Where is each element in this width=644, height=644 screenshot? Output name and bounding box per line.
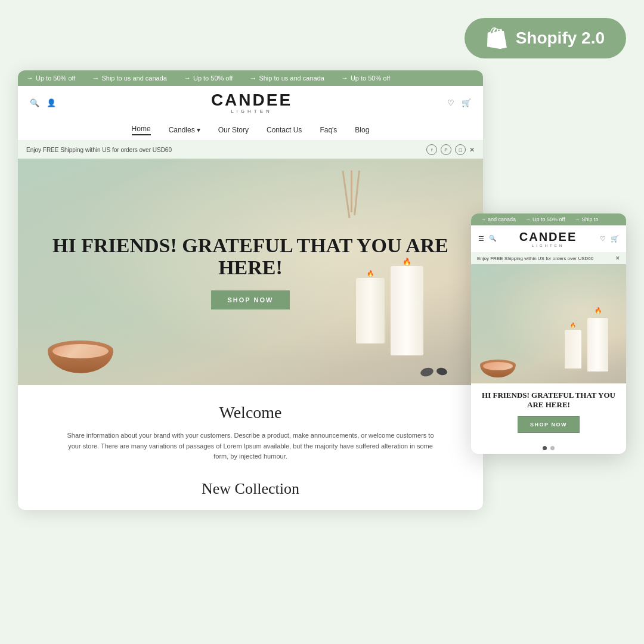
mobile-wishlist-icon[interactable]: ♡ xyxy=(600,235,606,243)
mobile-content: HI FRIENDS! GRATEFUL THAT YOU ARE HERE! … xyxy=(471,383,626,440)
logo-sub: LIGHTEN xyxy=(56,109,447,114)
announcement-item-4: → Ship to us and canada xyxy=(241,74,332,82)
mobile-logo-name: CANDEE xyxy=(519,230,577,243)
announcement-item-1: → Up to 50% off xyxy=(18,74,83,82)
facebook-icon[interactable]: f xyxy=(426,144,437,155)
carousel-dot-2[interactable] xyxy=(550,446,555,450)
welcome-section: Welcome Share information about your bra… xyxy=(18,385,483,474)
nav-our-story[interactable]: Our Story xyxy=(218,126,249,134)
shopify-badge-label: Shopify 2.0 xyxy=(516,29,605,48)
mobile-mockup: → and canada → Up to 50% off → Ship to ☰… xyxy=(471,213,626,454)
announcement-item-5: → Up to 50% off xyxy=(333,74,398,82)
search-icon[interactable]: 🔍 xyxy=(30,98,39,108)
mobile-search-icon[interactable]: 🔍 xyxy=(489,235,496,243)
notification-icons: f P ◻ ✕ xyxy=(426,144,475,155)
notification-bar: Enjoy FREE Shipping within US for orders… xyxy=(18,141,483,159)
welcome-text: Share information about your brand with … xyxy=(66,431,435,462)
mobile-header-left: ☰ 🔍 xyxy=(478,235,496,243)
mobile-header: ☰ 🔍 CANDEE LIGHTEN ♡ 🛒 xyxy=(471,225,626,252)
mobile-carousel-dots xyxy=(471,440,626,454)
nav-contact[interactable]: Contact Us xyxy=(267,126,302,134)
bowl-content xyxy=(52,344,109,358)
header-right: ♡ 🛒 xyxy=(447,98,471,108)
mobile-logo-sub: LIGHTEN xyxy=(496,244,600,247)
mobile-candle-small: 🔥 xyxy=(565,330,581,369)
mobile-shop-now-button[interactable]: SHOP NOW xyxy=(518,416,580,433)
store-logo: CANDEE LIGHTEN xyxy=(56,92,447,114)
chevron-down-icon: ▾ xyxy=(197,126,200,134)
new-collection-title: New Collection xyxy=(18,474,483,510)
mobile-logo: CANDEE LIGHTEN xyxy=(496,230,600,247)
stone-1 xyxy=(420,366,435,377)
wishlist-icon[interactable]: ♡ xyxy=(447,98,454,108)
mobile-header-right: ♡ 🛒 xyxy=(600,235,619,243)
nav-blog[interactable]: Blog xyxy=(355,126,369,134)
shopify-badge: Shopify 2.0 xyxy=(465,18,626,58)
mobile-notification-close[interactable]: ✕ xyxy=(615,255,620,261)
mobile-announcement-3: → Ship to xyxy=(569,216,603,222)
carousel-dot-1[interactable] xyxy=(543,446,547,450)
arrow-icon-3: → xyxy=(184,74,191,82)
new-collection-section: New Collection xyxy=(18,474,483,510)
notification-text: Enjoy FREE Shipping within US for orders… xyxy=(26,147,172,153)
mobile-candle-decor xyxy=(587,318,608,371)
notification-close-icon[interactable]: ✕ xyxy=(469,146,475,154)
shop-now-button[interactable]: SHOP NOW xyxy=(211,290,290,309)
logo-name: CANDEE xyxy=(56,92,447,109)
instagram-icon[interactable]: ◻ xyxy=(455,144,466,155)
account-icon[interactable]: 👤 xyxy=(47,98,56,108)
mobile-arrow-2: → xyxy=(525,216,531,222)
hero-content: HI FRIENDS! GRATEFUL THAT YOU ARE HERE! … xyxy=(18,222,483,322)
mobile-arrow-1: → xyxy=(481,216,486,222)
mobile-notification-text: Enjoy FREE Shipping within US for orders… xyxy=(477,256,593,261)
shopify-icon xyxy=(486,27,507,49)
hero-title: HI FRIENDS! GRATEFUL THAT YOU ARE HERE! xyxy=(30,234,471,279)
hero-stones xyxy=(420,368,447,376)
pinterest-icon[interactable]: P xyxy=(441,144,451,155)
cart-icon[interactable]: 🛒 xyxy=(462,98,471,108)
header-left: 🔍 👤 xyxy=(30,98,56,108)
mobile-hero: 🔥 xyxy=(471,264,626,383)
stone-2 xyxy=(436,367,448,376)
arrow-icon-2: → xyxy=(92,74,99,82)
store-nav: Home Candles ▾ Our Story Contact Us Faq'… xyxy=(18,120,483,141)
hero-section: 🔥 🔥 HI FRIENDS! GRATEFUL THAT YOU AR xyxy=(18,159,483,385)
mobile-bowl-content xyxy=(483,362,513,370)
mobile-announcement-2: → Up to 50% off xyxy=(521,216,569,222)
mobile-hero-title: HI FRIENDS! GRATEFUL THAT YOU ARE HERE! xyxy=(478,391,619,409)
arrow-icon-5: → xyxy=(341,74,348,82)
nav-home[interactable]: Home xyxy=(132,125,151,135)
announcement-bar: → Up to 50% off → Ship to us and canada … xyxy=(18,70,483,86)
hero-diffuser xyxy=(345,171,358,218)
announcement-item-2: → Ship to us and canada xyxy=(83,74,175,82)
store-header: 🔍 👤 CANDEE LIGHTEN ♡ 🛒 xyxy=(18,86,483,120)
mobile-announcement-1: → and canada xyxy=(476,216,521,222)
desktop-mockup: → Up to 50% off → Ship to us and canada … xyxy=(18,70,483,510)
mobile-menu-icon[interactable]: ☰ xyxy=(478,235,484,243)
welcome-title: Welcome xyxy=(66,403,435,422)
mobile-notification-bar: Enjoy FREE Shipping within US for orders… xyxy=(471,252,626,264)
announcement-item-3: → Up to 50% off xyxy=(175,74,241,82)
mobile-candle-flame: 🔥 xyxy=(570,323,576,328)
arrow-icon-1: → xyxy=(26,74,33,82)
mobile-arrow-3: → xyxy=(574,216,580,222)
nav-candles[interactable]: Candles ▾ xyxy=(169,126,200,134)
diffuser-stick-2 xyxy=(351,171,352,212)
mobile-announcement-bar: → and canada → Up to 50% off → Ship to xyxy=(471,213,626,225)
arrow-icon-4: → xyxy=(249,74,256,82)
mobile-cart-icon[interactable]: 🛒 xyxy=(611,235,619,243)
mockups-container: → Up to 50% off → Ship to us and canada … xyxy=(18,70,626,510)
nav-faqs[interactable]: Faq's xyxy=(320,126,337,134)
